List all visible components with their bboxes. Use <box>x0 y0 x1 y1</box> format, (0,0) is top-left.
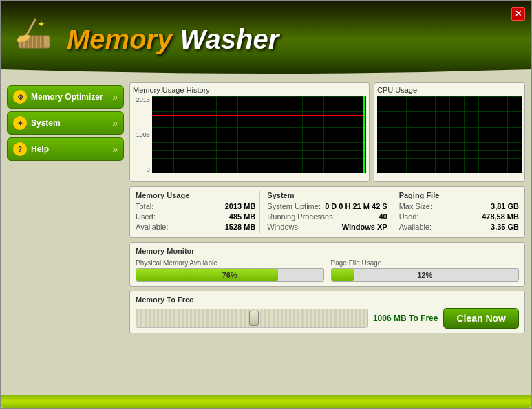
svg-rect-4 <box>33 36 36 48</box>
title-memory: Memory <box>67 24 172 54</box>
system-icon: ✦ <box>13 116 27 130</box>
paging-available-value: 3,35 GB <box>491 223 519 231</box>
close-button[interactable]: ✕ <box>511 7 525 21</box>
paging-used-label: Used: <box>399 212 419 221</box>
app-title: Memory Washer <box>67 24 279 55</box>
paging-available-label: Available: <box>399 223 432 231</box>
cpu-chart-grid <box>377 96 522 173</box>
sidebar-help-label: Help <box>31 144 49 154</box>
paging-max-value: 3,81 GB <box>491 202 519 210</box>
pagefile-label: Page File Usage <box>331 259 520 267</box>
sidebar-memory-label: Memory Optimizer <box>31 92 103 102</box>
sidebar-item-help[interactable]: ? Help » <box>7 137 124 161</box>
free-title: Memory To Free <box>136 296 519 304</box>
physical-memory-fill <box>136 269 278 281</box>
system-arrow-icon: » <box>112 118 118 129</box>
cpu-chart-label: CPU Usage <box>377 86 522 94</box>
title-washer: Washer <box>172 24 279 54</box>
windows-label: Windows: <box>267 223 300 231</box>
cpu-chart-area <box>377 96 522 173</box>
total-stat: Total: 2013 MB <box>136 202 255 210</box>
y-label-bot: 0 <box>133 166 150 173</box>
svg-line-7 <box>25 19 36 37</box>
pagefile-item: Page File Usage 12% <box>331 259 520 282</box>
processes-value: 40 <box>379 212 387 221</box>
paging-stats: Paging File Max Size: 3,81 GB Used: 478,… <box>392 191 519 233</box>
sidebar-system-label: System <box>31 118 61 128</box>
monitor-title: Memory Monitor <box>136 247 519 255</box>
sidebar: ⚙ Memory Optimizer » ✦ System » ? Help » <box>7 82 124 393</box>
uptime-value: 0 D 0 H 21 M 42 S <box>325 202 387 210</box>
sidebar-item-system[interactable]: ✦ System » <box>7 111 124 135</box>
bottom-bar <box>1 395 531 408</box>
paging-used-stat: Used: 478,58 MB <box>399 212 519 221</box>
paging-max-label: Max Size: <box>399 202 432 210</box>
memory-optimizer-icon: ⚙ <box>13 90 27 104</box>
svg-text:✦: ✦ <box>37 19 45 30</box>
content-area: ⚙ Memory Optimizer » ✦ System » ? Help »… <box>1 77 531 398</box>
memory-arrow-icon: » <box>112 91 118 102</box>
paging-available-stat: Available: 3,35 GB <box>399 223 519 231</box>
paging-max-stat: Max Size: 3,81 GB <box>399 202 519 210</box>
memory-chart-grid <box>152 96 366 173</box>
y-label-top: 2013 <box>133 96 150 103</box>
progress-row: Physical Memory Available 76% Page File … <box>136 259 519 282</box>
windows-stat: Windows: Windows XP <box>267 223 387 231</box>
titlebar-decoration <box>1 69 531 78</box>
sidebar-item-memory-optimizer[interactable]: ⚙ Memory Optimizer » <box>7 85 124 109</box>
pagefile-bar: 12% <box>331 268 520 282</box>
main-panel: Memory Usage History 2013 1006 0 <box>129 82 525 393</box>
paging-title: Paging File <box>399 191 519 199</box>
memory-usage-stats: Memory Usage Total: 2013 MB Used: 485 MB… <box>136 191 255 233</box>
physical-memory-item: Physical Memory Available 76% <box>136 259 324 282</box>
main-window: ✦ Memory Washer ✕ ⚙ Memory Optimizer » ✦… <box>0 0 532 409</box>
used-stat: Used: 485 MB <box>136 212 255 221</box>
physical-memory-label: Physical Memory Available <box>136 259 324 267</box>
titlebar: ✦ Memory Washer ✕ <box>1 1 531 77</box>
y-axis-labels: 2013 1006 0 <box>133 96 152 173</box>
stats-row: Memory Usage Total: 2013 MB Used: 485 MB… <box>129 186 525 238</box>
memory-spike <box>363 96 365 173</box>
paging-used-value: 478,58 MB <box>482 212 519 221</box>
memory-usage-title: Memory Usage <box>136 191 255 199</box>
svg-rect-6 <box>41 36 44 48</box>
physical-memory-bar: 76% <box>136 268 324 282</box>
uptime-label: System Uptime: <box>267 202 321 210</box>
free-row: 1006 MB To Free Clean Now <box>136 308 519 329</box>
memory-monitor: Memory Monitor Physical Memory Available… <box>129 242 525 287</box>
available-value: 1528 MB <box>225 223 256 231</box>
memory-chart-container: Memory Usage History 2013 1006 0 <box>129 82 370 182</box>
free-section: Memory To Free 1006 MB To Free Clean Now <box>129 291 525 333</box>
processes-stat: Running Processes: 40 <box>267 212 387 221</box>
system-stats: System System Uptime: 0 D 0 H 21 M 42 S … <box>259 191 387 233</box>
memory-chart-label: Memory Usage History <box>133 86 366 94</box>
physical-memory-pct: 76% <box>222 271 237 279</box>
pagefile-pct: 12% <box>417 271 432 279</box>
used-label: Used: <box>136 212 156 221</box>
available-stat: Available: 1528 MB <box>136 223 255 231</box>
app-logo: ✦ <box>15 15 56 63</box>
clean-now-button[interactable]: Clean Now <box>443 308 519 329</box>
memory-slider-container <box>136 309 368 328</box>
system-stats-title: System <box>267 191 387 199</box>
y-label-mid: 1006 <box>133 131 150 138</box>
uptime-stat: System Uptime: 0 D 0 H 21 M 42 S <box>267 202 387 210</box>
charts-row: Memory Usage History 2013 1006 0 <box>129 82 525 182</box>
available-label: Available: <box>136 223 169 231</box>
svg-rect-5 <box>37 36 40 48</box>
cpu-chart-container: CPU Usage <box>374 82 525 182</box>
help-arrow-icon: » <box>112 144 118 155</box>
help-icon: ? <box>13 142 27 156</box>
total-label: Total: <box>136 202 153 210</box>
windows-value: Windows XP <box>342 223 387 231</box>
pagefile-fill <box>332 269 354 281</box>
total-value: 2013 MB <box>225 202 256 210</box>
free-info: 1006 MB To Free <box>373 313 438 323</box>
memory-usage-line <box>152 115 366 116</box>
processes-label: Running Processes: <box>267 212 334 221</box>
used-value: 485 MB <box>229 212 256 221</box>
memory-chart-area <box>152 96 366 173</box>
